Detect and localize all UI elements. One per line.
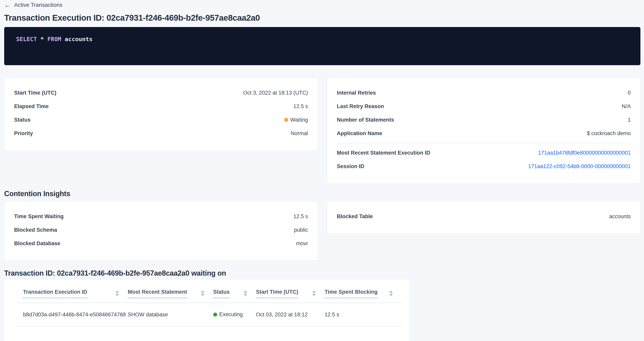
page-title: Transaction Execution ID: 02ca7931-f246-… [4, 13, 640, 23]
sort-arrows-icon [389, 289, 393, 296]
kv-value: $ cockroach demo [587, 130, 631, 136]
column-header-label: Transaction Execution ID [23, 289, 87, 298]
back-arrow-icon: ← [4, 1, 11, 8]
kv-value: public [294, 227, 308, 233]
column-header-label: Status [213, 289, 230, 298]
session-id-link[interactable]: 171aa122-c092-54b8-0000-000000000001 [528, 163, 631, 170]
column-header-label: Time Spent Blocking [324, 289, 378, 298]
status-badge-waiting: Waiting [284, 117, 308, 123]
contention-card-right: Blocked Table accounts [327, 202, 640, 234]
statement-execution-id-link[interactable]: 171aa1b478fdf0e80000000000000001 [538, 150, 631, 156]
sql-statement-box: SELECT * FROM accounts [4, 27, 640, 65]
summary-card-right: Internal Retries 0 Last Retry Reason N/A… [327, 78, 640, 184]
column-header-label: Start Time (UTC) [256, 289, 298, 298]
sql-statement: SELECT * FROM accounts [16, 36, 632, 42]
kv-row-application-name: Application Name $ cockroach demo [337, 127, 631, 140]
kv-label: Session ID [337, 163, 364, 170]
waiting-on-heading: Transaction ID: 02ca7931-f246-469b-b2fe-… [4, 269, 640, 277]
column-header-most-recent-statement[interactable]: Most Recent Statement [128, 280, 213, 303]
kv-value: 0 [628, 90, 631, 96]
sort-arrows-icon [115, 289, 119, 296]
kv-value: Normal [290, 130, 308, 136]
card-divider [337, 143, 631, 143]
sort-arrows-icon [244, 289, 247, 296]
status-text: Executing [219, 311, 243, 318]
column-header-start-time[interactable]: Start Time (UTC) [256, 280, 324, 303]
waiting-on-table-card: Transaction Execution ID Most Recent Sta… [4, 280, 410, 341]
back-link-active-transactions[interactable]: ← Active Transactions [4, 1, 62, 8]
kv-row-start-time: Start Time (UTC) Oct 3, 2022 at 18:13 (U… [14, 86, 308, 100]
kv-label: Last Retry Reason [337, 103, 384, 109]
kv-label: Status [14, 117, 31, 123]
kv-value: 12.5 s [293, 103, 308, 109]
kv-value: Oct 3, 2022 at 18:13 (UTC) [243, 90, 308, 96]
summary-cards-row: Start Time (UTC) Oct 3, 2022 at 18:13 (U… [4, 78, 640, 184]
kv-row-number-of-statements: Number of Statements 1 [337, 113, 631, 127]
executing-status-dot-icon [213, 313, 217, 317]
cell-most-recent-statement: SHOW database [128, 303, 213, 327]
kv-label: Blocked Schema [14, 227, 57, 233]
contention-card-left: Time Spent Waiting 12.5 s Blocked Schema… [4, 202, 318, 261]
contention-cards-row: Time Spent Waiting 12.5 s Blocked Schema… [4, 202, 640, 261]
sort-arrows-icon [312, 289, 316, 296]
kv-label: Internal Retries [337, 90, 376, 96]
kv-label: Priority [14, 130, 33, 136]
waiting-status-dot-icon [284, 118, 288, 122]
kv-label: Blocked Database [14, 240, 60, 247]
kv-row-blocked-table: Blocked Table accounts [337, 210, 631, 223]
sql-table-name: accounts [61, 36, 92, 42]
kv-label: Blocked Table [337, 213, 373, 220]
table-row: b8d7d03a-d497-446b-8474-e50846674768 SHO… [16, 303, 402, 327]
table-header-row: Transaction Execution ID Most Recent Sta… [16, 280, 402, 303]
kv-row-blocked-database: Blocked Database movr [14, 237, 308, 250]
status-text: Waiting [290, 117, 308, 123]
kv-label: Application Name [337, 130, 382, 136]
kv-row-session-id: Session ID 171aa122-c092-54b8-0000-00000… [337, 160, 631, 173]
summary-card-left: Start Time (UTC) Oct 3, 2022 at 18:13 (U… [4, 78, 318, 151]
kv-label: Time Spent Waiting [14, 213, 64, 220]
kv-row-status: Status Waiting [14, 113, 308, 127]
kv-value: movr [296, 240, 308, 247]
kv-row-priority: Priority Normal [14, 127, 308, 140]
sql-keyword-select: SELECT [16, 36, 37, 42]
cell-transaction-execution-id: b8d7d03a-d497-446b-8474-e50846674768 [16, 303, 128, 327]
page: ← Active Transactions Transaction Execut… [0, 0, 644, 341]
column-header-status[interactable]: Status [213, 280, 256, 303]
kv-row-blocked-schema: Blocked Schema public [14, 223, 308, 237]
kv-row-last-retry-reason: Last Retry Reason N/A [337, 100, 631, 113]
kv-label: Start Time (UTC) [14, 90, 56, 96]
sql-star: * [37, 36, 47, 42]
column-header-label: Most Recent Statement [128, 289, 187, 298]
cell-time-spent-blocking: 12.5 s [324, 303, 402, 327]
kv-label: Number of Statements [337, 117, 394, 123]
kv-row-time-spent-waiting: Time Spent Waiting 12.5 s [14, 210, 308, 223]
back-link-label: Active Transactions [14, 2, 62, 8]
cell-start-time: Oct 03, 2022 at 18:12 [256, 303, 324, 327]
kv-value: 12.5 s [293, 213, 308, 220]
contention-insights-heading: Contention Insights [4, 190, 640, 198]
kv-label: Most Recent Statement Execution ID [337, 150, 430, 156]
kv-value: 1 [628, 117, 631, 123]
column-header-transaction-execution-id[interactable]: Transaction Execution ID [16, 280, 128, 303]
kv-row-internal-retries: Internal Retries 0 [337, 86, 631, 100]
waiting-on-table: Transaction Execution ID Most Recent Sta… [16, 280, 402, 327]
kv-value: accounts [609, 213, 631, 220]
column-header-time-spent-blocking[interactable]: Time Spent Blocking [324, 280, 402, 303]
kv-value: N/A [622, 103, 631, 109]
sql-keyword-from: FROM [47, 36, 61, 42]
cell-status: Executing [213, 303, 256, 327]
kv-row-elapsed-time: Elapsed Time 12.5 s [14, 100, 308, 113]
status-badge-executing: Executing [213, 311, 243, 318]
kv-label: Elapsed Time [14, 103, 49, 109]
kv-row-statement-execution-id: Most Recent Statement Execution ID 171aa… [337, 146, 631, 160]
sort-arrows-icon [201, 289, 204, 296]
